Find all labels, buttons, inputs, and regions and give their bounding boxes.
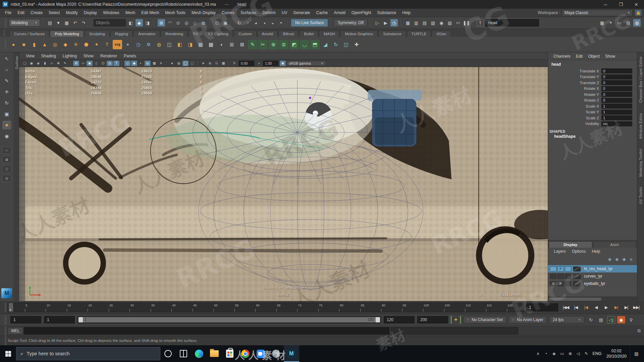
timeline-grip[interactable] bbox=[5, 303, 6, 312]
zoom-app-icon[interactable] bbox=[253, 345, 268, 362]
field-entry-icon[interactable]: T bbox=[477, 19, 484, 26]
layer-playback-toggle[interactable]: P bbox=[557, 281, 564, 286]
swap-view-icon[interactable]: ▩ bbox=[220, 61, 226, 66]
isolate-select-icon[interactable]: ◯ bbox=[182, 61, 189, 66]
last-tool[interactable]: ◉ bbox=[2, 132, 11, 140]
tool-settings-toggle-icon[interactable]: ▧ bbox=[429, 19, 437, 26]
channel-box-toggle-icon[interactable]: ◉ bbox=[438, 19, 445, 26]
auto-key-icon[interactable]: ◉ bbox=[617, 316, 625, 323]
new-scene-icon[interactable]: ▤ bbox=[46, 19, 54, 26]
make-live-icon[interactable]: ◍ bbox=[200, 19, 207, 26]
channel-value-field[interactable]: 0 bbox=[601, 98, 632, 103]
shelf-tab-poly-modeling[interactable]: Poly Modeling bbox=[50, 31, 84, 37]
menu-deform[interactable]: Deform bbox=[259, 9, 278, 17]
layout-hypershade[interactable]: ▥ bbox=[2, 175, 11, 182]
plugin-shading-icon[interactable]: ▢ bbox=[189, 61, 195, 66]
anim-prefs-icon[interactable]: ⚲ bbox=[627, 316, 635, 323]
channel-menu-channels[interactable]: Channels bbox=[551, 54, 573, 59]
channel-menu-edit[interactable]: Edit bbox=[573, 54, 586, 59]
store-icon[interactable] bbox=[222, 345, 237, 362]
scale-tool[interactable]: ▣ bbox=[2, 110, 11, 118]
animation-start-field[interactable]: 1 bbox=[10, 316, 41, 323]
ipr-render-icon[interactable]: ◑ bbox=[261, 19, 268, 26]
edge-icon[interactable] bbox=[191, 345, 207, 362]
minimize-button[interactable]: ─ bbox=[598, 0, 613, 9]
menu-generate[interactable]: Generate bbox=[290, 9, 313, 17]
notification-center-icon[interactable]: ▤ bbox=[630, 345, 643, 362]
type-text-icon[interactable]: T bbox=[102, 40, 112, 49]
layout-single-pane[interactable]: ▭ bbox=[2, 146, 11, 154]
extrude-icon[interactable]: ⬒ bbox=[310, 40, 320, 49]
volume-icon[interactable]: ◁ bbox=[574, 345, 582, 362]
step-back-key-button[interactable]: |◀ bbox=[582, 303, 590, 311]
crease-icon[interactable]: ◢ bbox=[321, 40, 330, 49]
lasso-tool[interactable]: ○ bbox=[2, 65, 11, 74]
shelf-tab-custom[interactable]: Custom bbox=[234, 31, 257, 37]
lock-camera-icon[interactable]: ◉ bbox=[29, 61, 35, 66]
resolution-gate-icon[interactable]: ◙ bbox=[87, 61, 93, 66]
right-tab-channel-box-layer-editor[interactable]: Channel Box / Layer Editor bbox=[638, 54, 643, 105]
layer-row-eyeballs-lyr[interactable]: VPeyeballs_lyr bbox=[548, 280, 637, 287]
shelf-tab-turtle[interactable]: TURTLE bbox=[407, 31, 431, 37]
layer-playback-toggle[interactable]: P bbox=[557, 266, 564, 272]
menu-mesh-tools[interactable]: Mesh Tools bbox=[162, 9, 189, 17]
network-icon[interactable]: ⊕ bbox=[566, 345, 574, 362]
grid-display-icon[interactable]: ▦ bbox=[598, 19, 606, 26]
character-set-select[interactable]: ▽ No Character Set bbox=[464, 316, 506, 323]
shadows-icon[interactable]: ▩ bbox=[151, 61, 157, 66]
paste-view-icon[interactable]: ⎘ bbox=[214, 61, 220, 66]
xgen-globe-icon[interactable]: ◍ bbox=[633, 19, 641, 26]
viewport-menu-panels[interactable]: Panels bbox=[120, 54, 140, 58]
channel-menu-show[interactable]: Show bbox=[602, 54, 618, 59]
file-explorer-icon[interactable] bbox=[207, 345, 222, 362]
xray-icon[interactable]: ◍ bbox=[176, 61, 182, 66]
channel-value-field[interactable]: 0 bbox=[601, 68, 632, 73]
layer-row-curves-lyr[interactable]: curves_lyr bbox=[548, 273, 637, 280]
snap-zero-icon[interactable]: ✲ bbox=[144, 40, 153, 49]
shelf-tab-fx[interactable]: FX bbox=[189, 31, 203, 37]
channel-value-field[interactable]: 0 bbox=[601, 86, 632, 91]
shape-node-name[interactable]: headShape bbox=[548, 134, 637, 139]
mute-icon[interactable]: ◁) bbox=[607, 316, 615, 323]
smooth-icon[interactable]: ▦ bbox=[196, 40, 205, 49]
poly-torus-icon[interactable]: ◎ bbox=[50, 40, 60, 49]
menu-edit-mesh[interactable]: Edit Mesh bbox=[138, 9, 162, 17]
target-weld-icon[interactable]: ⊕ bbox=[269, 40, 278, 49]
image-plane-icon[interactable]: ▱ bbox=[49, 61, 55, 66]
gate-mask-icon[interactable]: ▯ bbox=[93, 61, 99, 66]
menu-mesh-display[interactable]: Mesh Display bbox=[189, 9, 219, 17]
viewport-menu-shading[interactable]: Shading bbox=[38, 54, 59, 58]
poly-cube-icon[interactable]: ■ bbox=[19, 40, 29, 49]
viewport-menu-renderer[interactable]: Renderer bbox=[97, 54, 120, 58]
play-backwards-button[interactable]: ◀ bbox=[592, 303, 600, 311]
colorspace-icon[interactable]: ◙ bbox=[280, 61, 286, 66]
occlusion-icon[interactable]: ☀ bbox=[158, 61, 164, 66]
poly-cylinder-icon[interactable]: ▮ bbox=[30, 40, 39, 49]
symmetry-icon[interactable]: ◫ bbox=[341, 40, 351, 49]
shelf-tab-substance[interactable]: Substance bbox=[378, 31, 406, 37]
2d-pan-zoom-icon[interactable]: ✥ bbox=[55, 61, 61, 66]
menu-select[interactable]: Select bbox=[46, 9, 63, 17]
pause-icon[interactable]: ❚❚ bbox=[463, 19, 470, 26]
menu-uv[interactable]: UV bbox=[279, 9, 290, 17]
hidden-icons-chevron[interactable]: ∧ bbox=[534, 345, 542, 362]
cut-icon[interactable]: ✄ bbox=[454, 19, 462, 26]
construction-history-icon[interactable]: ↻ bbox=[235, 19, 243, 26]
objects-history-combo[interactable]: Objects bbox=[94, 19, 126, 26]
render-frame-icon[interactable]: ◕ bbox=[252, 19, 260, 26]
snap-curve-icon[interactable]: ◠ bbox=[166, 19, 173, 26]
grease-pencil-icon[interactable]: ✎ bbox=[62, 61, 68, 66]
menu-create[interactable]: Create bbox=[28, 9, 46, 17]
humanik-toggle-icon[interactable]: ▥ bbox=[413, 19, 420, 26]
menu-surfaces[interactable]: Surfaces bbox=[237, 9, 259, 17]
channel-value-field[interactable]: 1 bbox=[601, 110, 632, 115]
menu-modify[interactable]: Modify bbox=[63, 9, 80, 17]
boolean-union-icon[interactable]: ◍ bbox=[154, 40, 164, 49]
chrome-icon[interactable] bbox=[237, 345, 253, 362]
poly-sphere-icon[interactable]: ● bbox=[9, 40, 18, 49]
layer-visible-toggle[interactable]: V bbox=[550, 281, 556, 286]
spin-edge-icon[interactable]: ↻ bbox=[331, 40, 340, 49]
use-all-lights-icon[interactable]: ◎ bbox=[145, 61, 151, 66]
shelf-tab-curves-surfaces[interactable]: Curves / Surfaces bbox=[9, 31, 49, 37]
shelf-tab-rendering[interactable]: Rendering bbox=[161, 31, 188, 37]
